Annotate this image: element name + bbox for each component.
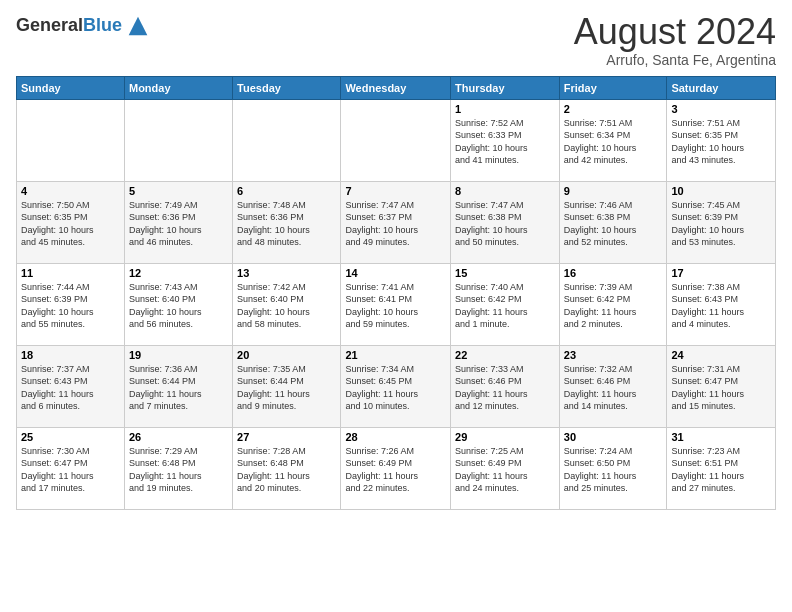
day-info: Sunrise: 7:32 AMSunset: 6:46 PMDaylight:… — [564, 363, 663, 413]
weekday-header-saturday: Saturday — [667, 76, 776, 99]
calendar-cell: 4Sunrise: 7:50 AMSunset: 6:35 PMDaylight… — [17, 181, 125, 263]
weekday-header-sunday: Sunday — [17, 76, 125, 99]
day-number: 12 — [129, 267, 228, 279]
day-info: Sunrise: 7:38 AMSunset: 6:43 PMDaylight:… — [671, 281, 771, 331]
calendar-cell: 12Sunrise: 7:43 AMSunset: 6:40 PMDayligh… — [124, 263, 232, 345]
day-number: 26 — [129, 431, 228, 443]
calendar-cell: 11Sunrise: 7:44 AMSunset: 6:39 PMDayligh… — [17, 263, 125, 345]
day-info: Sunrise: 7:46 AMSunset: 6:38 PMDaylight:… — [564, 199, 663, 249]
day-number: 3 — [671, 103, 771, 115]
day-info: Sunrise: 7:28 AMSunset: 6:48 PMDaylight:… — [237, 445, 336, 495]
day-number: 6 — [237, 185, 336, 197]
calendar-week-row: 4Sunrise: 7:50 AMSunset: 6:35 PMDaylight… — [17, 181, 776, 263]
day-info: Sunrise: 7:44 AMSunset: 6:39 PMDaylight:… — [21, 281, 120, 331]
day-number: 30 — [564, 431, 663, 443]
calendar-cell: 8Sunrise: 7:47 AMSunset: 6:38 PMDaylight… — [451, 181, 560, 263]
day-info: Sunrise: 7:51 AMSunset: 6:35 PMDaylight:… — [671, 117, 771, 167]
day-info: Sunrise: 7:23 AMSunset: 6:51 PMDaylight:… — [671, 445, 771, 495]
day-info: Sunrise: 7:40 AMSunset: 6:42 PMDaylight:… — [455, 281, 555, 331]
day-number: 31 — [671, 431, 771, 443]
calendar-cell: 6Sunrise: 7:48 AMSunset: 6:36 PMDaylight… — [233, 181, 341, 263]
calendar-week-row: 18Sunrise: 7:37 AMSunset: 6:43 PMDayligh… — [17, 345, 776, 427]
logo-blue: Blue — [83, 15, 122, 35]
calendar-cell: 27Sunrise: 7:28 AMSunset: 6:48 PMDayligh… — [233, 427, 341, 509]
page-header: GeneralBlue August 2024 Arrufo, Santa Fe… — [16, 12, 776, 68]
calendar-cell: 31Sunrise: 7:23 AMSunset: 6:51 PMDayligh… — [667, 427, 776, 509]
day-number: 7 — [345, 185, 446, 197]
day-number: 29 — [455, 431, 555, 443]
day-info: Sunrise: 7:37 AMSunset: 6:43 PMDaylight:… — [21, 363, 120, 413]
calendar-cell: 7Sunrise: 7:47 AMSunset: 6:37 PMDaylight… — [341, 181, 451, 263]
day-info: Sunrise: 7:29 AMSunset: 6:48 PMDaylight:… — [129, 445, 228, 495]
calendar-cell: 30Sunrise: 7:24 AMSunset: 6:50 PMDayligh… — [559, 427, 667, 509]
calendar-cell — [17, 99, 125, 181]
weekday-header-row: SundayMondayTuesdayWednesdayThursdayFrid… — [17, 76, 776, 99]
calendar-cell: 28Sunrise: 7:26 AMSunset: 6:49 PMDayligh… — [341, 427, 451, 509]
weekday-header-friday: Friday — [559, 76, 667, 99]
day-number: 13 — [237, 267, 336, 279]
svg-marker-0 — [129, 17, 148, 36]
day-number: 21 — [345, 349, 446, 361]
day-number: 16 — [564, 267, 663, 279]
day-number: 22 — [455, 349, 555, 361]
calendar-cell: 5Sunrise: 7:49 AMSunset: 6:36 PMDaylight… — [124, 181, 232, 263]
calendar-cell: 22Sunrise: 7:33 AMSunset: 6:46 PMDayligh… — [451, 345, 560, 427]
calendar-table: SundayMondayTuesdayWednesdayThursdayFrid… — [16, 76, 776, 510]
calendar-cell: 17Sunrise: 7:38 AMSunset: 6:43 PMDayligh… — [667, 263, 776, 345]
day-info: Sunrise: 7:31 AMSunset: 6:47 PMDaylight:… — [671, 363, 771, 413]
calendar-cell: 9Sunrise: 7:46 AMSunset: 6:38 PMDaylight… — [559, 181, 667, 263]
day-number: 5 — [129, 185, 228, 197]
day-info: Sunrise: 7:25 AMSunset: 6:49 PMDaylight:… — [455, 445, 555, 495]
day-info: Sunrise: 7:41 AMSunset: 6:41 PMDaylight:… — [345, 281, 446, 331]
day-number: 27 — [237, 431, 336, 443]
calendar-cell: 15Sunrise: 7:40 AMSunset: 6:42 PMDayligh… — [451, 263, 560, 345]
weekday-header-thursday: Thursday — [451, 76, 560, 99]
calendar-cell: 24Sunrise: 7:31 AMSunset: 6:47 PMDayligh… — [667, 345, 776, 427]
weekday-header-monday: Monday — [124, 76, 232, 99]
logo-icon — [124, 12, 152, 40]
day-info: Sunrise: 7:52 AMSunset: 6:33 PMDaylight:… — [455, 117, 555, 167]
day-info: Sunrise: 7:42 AMSunset: 6:40 PMDaylight:… — [237, 281, 336, 331]
calendar-week-row: 11Sunrise: 7:44 AMSunset: 6:39 PMDayligh… — [17, 263, 776, 345]
day-number: 17 — [671, 267, 771, 279]
day-number: 18 — [21, 349, 120, 361]
calendar-cell: 2Sunrise: 7:51 AMSunset: 6:34 PMDaylight… — [559, 99, 667, 181]
day-info: Sunrise: 7:51 AMSunset: 6:34 PMDaylight:… — [564, 117, 663, 167]
day-info: Sunrise: 7:34 AMSunset: 6:45 PMDaylight:… — [345, 363, 446, 413]
day-info: Sunrise: 7:45 AMSunset: 6:39 PMDaylight:… — [671, 199, 771, 249]
day-number: 4 — [21, 185, 120, 197]
logo: GeneralBlue — [16, 12, 152, 40]
day-info: Sunrise: 7:47 AMSunset: 6:38 PMDaylight:… — [455, 199, 555, 249]
day-info: Sunrise: 7:24 AMSunset: 6:50 PMDaylight:… — [564, 445, 663, 495]
title-block: August 2024 Arrufo, Santa Fe, Argentina — [574, 12, 776, 68]
day-number: 15 — [455, 267, 555, 279]
calendar-cell: 19Sunrise: 7:36 AMSunset: 6:44 PMDayligh… — [124, 345, 232, 427]
day-number: 24 — [671, 349, 771, 361]
day-number: 8 — [455, 185, 555, 197]
logo-general: General — [16, 15, 83, 35]
calendar-cell: 13Sunrise: 7:42 AMSunset: 6:40 PMDayligh… — [233, 263, 341, 345]
day-number: 20 — [237, 349, 336, 361]
calendar-week-row: 1Sunrise: 7:52 AMSunset: 6:33 PMDaylight… — [17, 99, 776, 181]
day-number: 23 — [564, 349, 663, 361]
calendar-cell — [124, 99, 232, 181]
location-subtitle: Arrufo, Santa Fe, Argentina — [574, 52, 776, 68]
calendar-cell: 1Sunrise: 7:52 AMSunset: 6:33 PMDaylight… — [451, 99, 560, 181]
calendar-cell: 16Sunrise: 7:39 AMSunset: 6:42 PMDayligh… — [559, 263, 667, 345]
calendar-cell: 23Sunrise: 7:32 AMSunset: 6:46 PMDayligh… — [559, 345, 667, 427]
calendar-cell: 20Sunrise: 7:35 AMSunset: 6:44 PMDayligh… — [233, 345, 341, 427]
day-number: 25 — [21, 431, 120, 443]
day-info: Sunrise: 7:35 AMSunset: 6:44 PMDaylight:… — [237, 363, 336, 413]
calendar-cell — [233, 99, 341, 181]
day-info: Sunrise: 7:36 AMSunset: 6:44 PMDaylight:… — [129, 363, 228, 413]
day-info: Sunrise: 7:50 AMSunset: 6:35 PMDaylight:… — [21, 199, 120, 249]
day-number: 1 — [455, 103, 555, 115]
calendar-cell: 18Sunrise: 7:37 AMSunset: 6:43 PMDayligh… — [17, 345, 125, 427]
day-number: 2 — [564, 103, 663, 115]
day-number: 14 — [345, 267, 446, 279]
calendar-cell — [341, 99, 451, 181]
calendar-week-row: 25Sunrise: 7:30 AMSunset: 6:47 PMDayligh… — [17, 427, 776, 509]
day-number: 28 — [345, 431, 446, 443]
calendar-cell: 10Sunrise: 7:45 AMSunset: 6:39 PMDayligh… — [667, 181, 776, 263]
weekday-header-tuesday: Tuesday — [233, 76, 341, 99]
